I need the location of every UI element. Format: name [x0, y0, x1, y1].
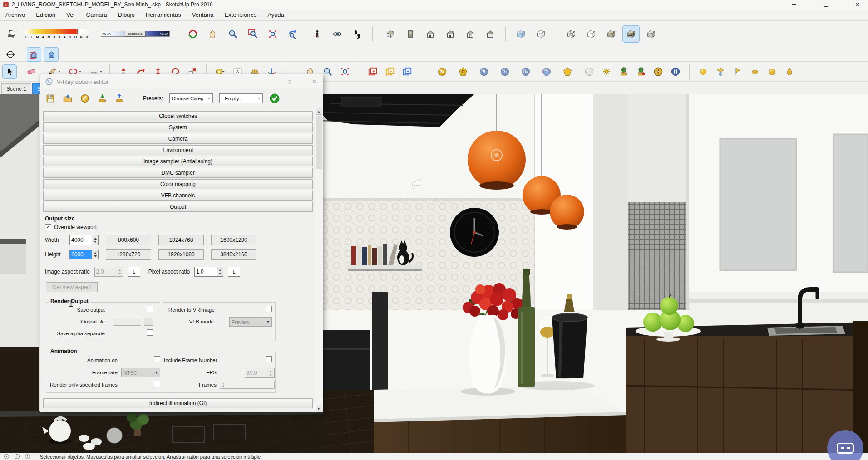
- mosaic-tile-wall[interactable]: [628, 94, 689, 310]
- vray-sphere-tool[interactable]: [582, 65, 596, 78]
- image-aspect-input[interactable]: [95, 267, 117, 276]
- menu-ver[interactable]: Ver: [66, 11, 75, 18]
- section-output[interactable]: Output: [43, 202, 313, 212]
- pan-tool[interactable]: [205, 26, 221, 42]
- size-preset-800x600-button[interactable]: 800x600: [106, 235, 151, 245]
- view-front-tool[interactable]: [422, 26, 439, 42]
- section-camera[interactable]: Camera: [43, 134, 313, 144]
- section-vfb-channels[interactable]: VFB channels: [43, 191, 313, 201]
- vray-help-tool[interactable]: ?: [540, 65, 553, 78]
- left-wall[interactable]: [0, 94, 39, 453]
- vray-pause-tool[interactable]: [669, 65, 682, 78]
- section-display-toggle-tool[interactable]: [27, 48, 41, 61]
- zoom-tool[interactable]: [225, 26, 241, 42]
- vray-batch-render-tool[interactable]: BR: [519, 65, 533, 78]
- style-xray-tool[interactable]: [513, 26, 529, 42]
- shadow-time-track[interactable]: Mediodía: [101, 31, 170, 37]
- minimize-button[interactable]: [791, 2, 797, 7]
- menu-extensiones[interactable]: Extensiones: [224, 11, 256, 18]
- close-button[interactable]: ✕: [854, 2, 861, 7]
- vray-material-editor-tool[interactable]: M: [435, 65, 449, 78]
- maximize-button[interactable]: [823, 2, 829, 7]
- pixel-aspect-spinner[interactable]: [217, 267, 223, 276]
- vray-tag-tool[interactable]: [561, 65, 574, 78]
- window[interactable]: [686, 94, 868, 331]
- shadow-date-slider[interactable]: EFMAMJJASOND: [25, 29, 89, 39]
- menu-ayuda[interactable]: Ayuda: [267, 11, 284, 18]
- share-component-tool[interactable]: [400, 65, 414, 78]
- vray-spot-light-tool[interactable]: [731, 65, 745, 78]
- scroll-thumb[interactable]: [316, 116, 322, 169]
- save-output-checkbox[interactable]: [147, 306, 153, 312]
- vray-render-tool[interactable]: R: [477, 65, 491, 78]
- size-preset-3840x2160-button[interactable]: 3840x2160: [211, 249, 256, 260]
- view-right-tool[interactable]: [442, 26, 459, 42]
- section-image-sampler-antialiasing[interactable]: Image sampler (Antialiasing): [43, 157, 313, 166]
- width-spinner[interactable]: [92, 235, 98, 245]
- style-back-edges-tool[interactable]: [533, 26, 549, 42]
- info-icon[interactable]: [14, 454, 20, 460]
- menu-edicion[interactable]: Edición: [36, 11, 55, 18]
- share-model-tool[interactable]: [383, 65, 397, 78]
- vray-sphere-light-tool[interactable]: [765, 65, 779, 78]
- select-tool[interactable]: [3, 65, 16, 78]
- shadow-time-thumb[interactable]: Mediodía: [125, 31, 146, 37]
- save-alpha-checkbox[interactable]: [147, 329, 153, 336]
- height-spinner[interactable]: [92, 250, 98, 259]
- menu-ventana[interactable]: Ventana: [192, 11, 214, 18]
- image-aspect-spinner[interactable]: [117, 267, 123, 276]
- shadow-time-slider[interactable]: Mediodía 06:43 16:40: [101, 29, 170, 39]
- preset-category-select[interactable]: Choose Categ▼: [169, 93, 213, 103]
- geolocation-icon[interactable]: [4, 454, 10, 460]
- vray-omni-light-tool[interactable]: [696, 65, 710, 78]
- image-aspect-lock-button[interactable]: L: [128, 267, 140, 277]
- vray-proxy-import-tool[interactable]: [617, 65, 631, 78]
- menu-herramientas[interactable]: Herramientas: [146, 11, 181, 18]
- section-system[interactable]: System: [43, 122, 313, 132]
- vray-rectangle-light-tool[interactable]: [714, 65, 727, 78]
- include-frame-checkbox[interactable]: [266, 356, 272, 362]
- defaults-button[interactable]: [79, 93, 90, 104]
- style-hidden-line-tool[interactable]: [583, 26, 599, 42]
- dropdown-caret-icon[interactable]: ▼: [58, 70, 61, 73]
- position-camera-tool[interactable]: [309, 26, 326, 42]
- dialog-close-button[interactable]: ×: [310, 78, 318, 86]
- save-preset-button[interactable]: [114, 93, 125, 104]
- wood-floor[interactable]: [323, 390, 374, 453]
- dropdown-caret-icon[interactable]: ▼: [99, 70, 103, 73]
- vray-proxy-export-tool[interactable]: [634, 65, 648, 78]
- load-preset-button[interactable]: [97, 93, 108, 104]
- get-models-tool[interactable]: [366, 65, 380, 78]
- pixel-aspect-lock-button[interactable]: L: [228, 267, 240, 277]
- vray-dome-light-tool[interactable]: [748, 65, 762, 78]
- preset-value-select[interactable]: --Empty--▼: [219, 93, 263, 103]
- style-shaded-tool[interactable]: [603, 26, 619, 42]
- shadow-date-track[interactable]: [25, 29, 89, 34]
- style-wireframe-tool[interactable]: [563, 26, 579, 42]
- section-cut-toggle-tool[interactable]: [44, 48, 58, 61]
- menu-archivo[interactable]: Archivo: [5, 11, 25, 18]
- save-settings-button[interactable]: [45, 93, 56, 104]
- zoom-window-tool[interactable]: [245, 26, 261, 42]
- override-viewport-checkbox[interactable]: [45, 224, 51, 230]
- frame-rate-select[interactable]: NTSC▼: [121, 368, 160, 377]
- vray-option-editor-tool[interactable]: O: [456, 65, 470, 78]
- section-global-switches[interactable]: Global switches: [43, 111, 313, 121]
- scroll-down-button[interactable]: ▼: [316, 406, 322, 412]
- get-view-aspect-button[interactable]: Get view aspect: [46, 282, 98, 292]
- dialog-help-button[interactable]: ?: [286, 78, 294, 85]
- section-color-mapping[interactable]: Color mapping: [43, 179, 313, 189]
- fps-spinner[interactable]: [267, 368, 273, 377]
- fps-input[interactable]: [245, 368, 267, 377]
- vray-ies-light-tool[interactable]: [783, 65, 796, 78]
- view-iso-tool[interactable]: [382, 26, 399, 42]
- width-input[interactable]: [70, 235, 92, 245]
- style-monochrome-tool[interactable]: [643, 26, 659, 42]
- vray-sun-tool[interactable]: [600, 65, 613, 78]
- vray-dome-tool[interactable]: [651, 65, 665, 78]
- apply-preset-button[interactable]: [269, 93, 280, 104]
- section-indirect-illumination[interactable]: Indirect illumination (GI): [43, 398, 313, 408]
- vray-rt-render-tool[interactable]: RT: [498, 65, 512, 78]
- shadow-settings-tool[interactable]: [4, 26, 20, 42]
- view-left-tool[interactable]: [462, 26, 478, 42]
